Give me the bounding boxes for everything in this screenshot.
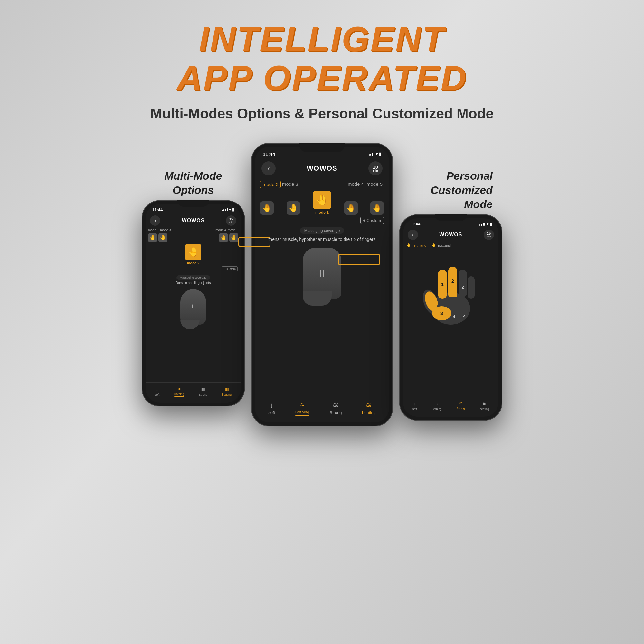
heating-label-left: heating <box>222 393 232 396</box>
custom-btn-area-left: + Custom <box>146 266 241 272</box>
ctrl-sothing-center[interactable]: ≈ Sothing <box>293 400 311 417</box>
status-icons-left: ▾ ▮ <box>222 207 234 212</box>
hand-mode1[interactable]: 🤚 <box>148 233 157 242</box>
svg-rect-4 <box>459 270 467 297</box>
svg-text:2: 2 <box>451 279 454 284</box>
ctrl-sothing-left[interactable]: ≈ Sothing <box>172 385 186 398</box>
device-left: ⏸ <box>146 287 241 327</box>
timer-left[interactable]: 15 min <box>226 215 236 226</box>
ctrl-soft-left[interactable]: ↓ soft <box>153 386 162 397</box>
back-button-center[interactable]: ‹ <box>261 161 276 175</box>
app-title-left: WOWOS <box>182 218 205 223</box>
hand-icon-mode2-center[interactable]: 🤚 <box>260 201 274 215</box>
signal-left <box>222 208 228 211</box>
ctrl-soft-center[interactable]: ↓ soft <box>266 400 277 416</box>
hand-icon-mode3-center[interactable]: 🤚 <box>287 201 300 215</box>
ctrl-heating-right[interactable]: ≋ heating <box>478 400 491 412</box>
screen-center: 11:44 ▾ ▮ <box>255 147 389 422</box>
notch-left <box>177 200 209 207</box>
mode-tab-2-center[interactable]: mode 2 <box>260 181 281 188</box>
bottom-controls-right: ↓ soft ≈ Sothing ≋ Strong <box>403 396 498 417</box>
hand-mode5[interactable]: 🤚 <box>229 233 238 242</box>
left-hand-label[interactable]: left hand <box>413 243 426 247</box>
ctrl-strong-center[interactable]: ≋ Strong <box>327 400 344 416</box>
heating-icon-right: ≋ <box>482 401 487 407</box>
mode-tab-3[interactable]: mode 3 <box>160 228 171 232</box>
header-section: INTELLIGENT APP OPERATED Multi-Modes Opt… <box>0 0 644 133</box>
device-bottom-center <box>303 291 332 306</box>
mode1-label-center: mode 1 <box>315 210 329 215</box>
wifi-right: ▾ <box>487 222 488 226</box>
back-button-right[interactable]: ‹ <box>408 230 418 240</box>
back-button-left[interactable]: ‹ <box>150 215 160 226</box>
strong-icon-center: ≋ <box>333 401 338 410</box>
hand-tabs-right: 🤚 left hand 🤚 rig...and <box>403 242 498 249</box>
mode-tab-3-center[interactable]: mode 3 <box>281 181 299 188</box>
mode-tabs-left: mode 1 mode 3 mode 4 mode 5 <box>146 228 241 232</box>
header-subtitle: Multi-Modes Options & Personal Customize… <box>64 104 580 124</box>
time-right: 11:44 <box>410 222 420 226</box>
heating-label-right: heating <box>480 407 489 411</box>
icon-mode1: 🤚 <box>148 233 157 242</box>
signal-center <box>369 152 374 156</box>
custom-button-center[interactable]: + Custom <box>360 217 384 224</box>
custom-button-left[interactable]: + Custom <box>222 266 238 271</box>
pause-center[interactable]: ⏸ <box>317 268 327 279</box>
icon-mode3: 🤚 <box>158 233 167 242</box>
screen-right: 11:44 ▾ ▮ <box>403 218 498 417</box>
massage-desc-left: Dorsum and finger joints <box>150 281 236 285</box>
ctrl-strong-left[interactable]: ≋ Strong <box>197 385 209 397</box>
main-title-line2: APP OPERATED <box>64 58 580 97</box>
svg-text:2: 2 <box>461 285 464 289</box>
sothing-icon-center: ≈ <box>300 401 304 409</box>
phones-area: Multi-Mode Options 11:44 <box>0 137 644 433</box>
soft-icon-right: ↓ <box>413 401 416 407</box>
app-title-right: WOWOS <box>440 232 462 238</box>
massage-area-left: Massaging coverage Dorsum and finger joi… <box>146 272 241 287</box>
wifi-left: ▾ <box>229 207 231 212</box>
hand-icon-mode4-center[interactable]: 🤚 <box>344 201 358 215</box>
mode-icons-center: 🤚 🤚 🤚 mode 1 🤚 <box>255 189 389 215</box>
ctrl-soft-right[interactable]: ↓ soft <box>411 400 419 412</box>
left-section: Multi-Mode Options 11:44 <box>142 143 245 406</box>
mode-tab-5[interactable]: mode 5 <box>228 228 238 232</box>
bottom-controls-center: ↓ soft ≈ Sothing ≋ Strong <box>255 396 389 422</box>
icon-mode5: 🤚 <box>229 233 238 242</box>
phone-left: 11:44 ▾ ▮ <box>142 200 245 406</box>
strong-icon-left: ≋ <box>201 386 205 393</box>
mode-icons-left: 🤚 🤚 🤚 🤚 <box>146 232 241 243</box>
right-section: Personal Customized Mode 11:44 <box>399 143 502 421</box>
time-center: 11:44 <box>263 151 275 157</box>
right-hand-label[interactable]: rig...and <box>438 243 451 247</box>
ctrl-sothing-right[interactable]: ≈ Sothing <box>430 400 444 412</box>
timer-center[interactable]: 10 min <box>368 161 383 175</box>
hand-mode2-active[interactable]: 🤚 <box>185 244 201 260</box>
heating-icon-left: ≋ <box>225 386 229 393</box>
screen-left: 11:44 ▾ ▮ <box>146 204 241 403</box>
status-icons-right: ▾ ▮ <box>479 222 492 226</box>
pause-left[interactable]: ⏸ <box>190 303 196 310</box>
custom-row-center: + Custom <box>255 217 389 224</box>
mi-mode2: 🤚 <box>260 201 274 215</box>
mode2-label: mode 2 <box>187 261 200 265</box>
hand-mode3[interactable]: 🤚 <box>158 233 167 242</box>
soft-icon-left: ↓ <box>156 387 158 393</box>
center-section: 11:44 ▾ ▮ <box>251 143 393 426</box>
mode-tab-1[interactable]: mode 1 <box>148 228 159 232</box>
hand-icon-mode1-active[interactable]: 🤚 <box>313 191 331 209</box>
ctrl-heating-left[interactable]: ≋ heating <box>220 385 234 397</box>
mode-tab-4-center[interactable]: mode 4 <box>346 181 365 188</box>
timer-right[interactable]: 15 min <box>484 230 494 240</box>
ctrl-heating-center[interactable]: ≋ heating <box>360 400 378 416</box>
mode-tab-4[interactable]: mode 4 <box>215 228 226 232</box>
hand-icon-mode5-center[interactable]: 🤚 <box>370 201 384 215</box>
ctrl-strong-right[interactable]: ≋ Strong <box>454 399 467 412</box>
device-bottom-left <box>180 320 200 329</box>
svg-text:3: 3 <box>440 311 443 316</box>
mode-tab-5-center[interactable]: mode 5 <box>365 181 384 188</box>
soft-icon-center: ↓ <box>270 401 273 410</box>
hand-mode4[interactable]: 🤚 <box>219 233 228 242</box>
massage-desc-center: thenar muscle, hypothenar muscle to the … <box>261 236 383 243</box>
app-header-right: ‹ WOWOS 15 min <box>403 228 498 242</box>
app-header-left: ‹ WOWOS 15 min <box>146 213 241 228</box>
